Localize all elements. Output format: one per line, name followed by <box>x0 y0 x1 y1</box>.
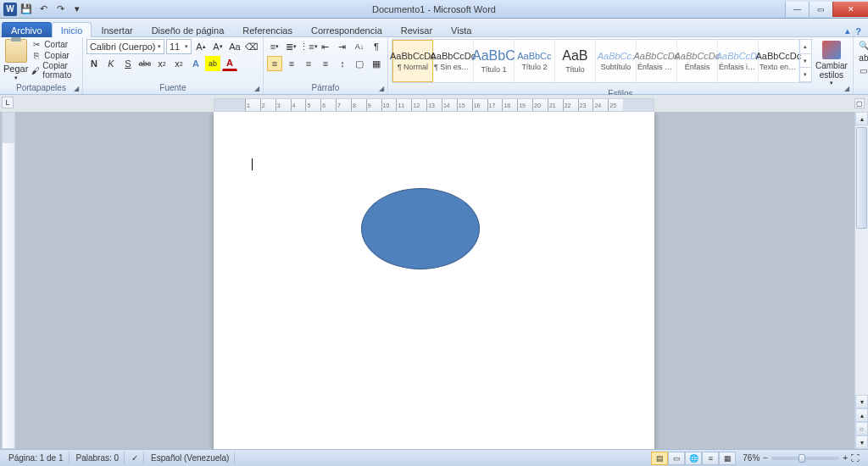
format-painter-button[interactable]: 🖌Copiar formato <box>30 61 79 80</box>
maximize-button[interactable]: ▭ <box>809 2 832 17</box>
multilevel-button[interactable]: ⋮≡▾ <box>301 39 316 54</box>
style-item-6[interactable]: AaBbCcDcÉnfasis sutil <box>637 40 677 82</box>
paragraph-launcher-icon[interactable]: ◢ <box>377 84 386 92</box>
borders-button[interactable]: ▦ <box>369 56 384 71</box>
qat-customize-icon[interactable]: ▾ <box>70 2 85 17</box>
style-item-9[interactable]: AaBbCcDcTexto en n... <box>759 40 799 82</box>
oval-shape[interactable] <box>361 188 480 269</box>
minimize-button[interactable]: — <box>785 2 809 17</box>
subscript-button[interactable]: x2 <box>154 56 170 71</box>
tab-revisar[interactable]: Revisar <box>392 22 442 37</box>
ruler-toggle-icon[interactable]: ▢ <box>854 98 865 108</box>
decrease-indent-button[interactable]: ⇤ <box>318 39 333 54</box>
scroll-track[interactable] <box>855 125 868 395</box>
superscript-button[interactable]: x2 <box>171 56 186 71</box>
tab-inicio[interactable]: Inicio <box>52 22 92 37</box>
vertical-ruler[interactable] <box>2 112 15 449</box>
fullscreen-view-icon[interactable]: ▭ <box>668 452 685 465</box>
style-item-7[interactable]: AaBbCcDcÉnfasis <box>677 40 718 82</box>
tab-vista[interactable]: Vista <box>442 22 481 37</box>
bold-button[interactable]: N <box>86 56 102 71</box>
tab-correspondencia[interactable]: Correspondencia <box>302 22 392 37</box>
line-spacing-button[interactable]: ↕ <box>335 56 350 71</box>
style-item-1[interactable]: AaBbCcDc¶ Sin espa... <box>433 40 474 82</box>
clear-format-button[interactable]: ⌫ <box>244 39 259 54</box>
qat-undo-icon[interactable]: ↶ <box>36 2 51 17</box>
font-launcher-icon[interactable]: ◢ <box>253 84 261 92</box>
font-size-combo[interactable]: 11▾ <box>166 39 192 54</box>
styles-gallery[interactable]: AaBbCcDc¶ NormalAaBbCcDc¶ Sin espa...AaB… <box>392 39 812 83</box>
bullets-button[interactable]: ≡▾ <box>267 39 282 54</box>
status-proof-icon[interactable]: ✓ <box>126 452 144 465</box>
style-item-3[interactable]: AaBbCcTítulo 2 <box>515 40 555 82</box>
prev-page-icon[interactable]: ▴ <box>855 408 868 422</box>
zoom-level[interactable]: 76% <box>743 453 760 463</box>
italic-button[interactable]: K <box>103 56 119 71</box>
font-color-button[interactable]: A <box>222 56 237 71</box>
align-left-button[interactable]: ≡ <box>267 56 282 71</box>
shading-button[interactable]: ▢ <box>352 56 367 71</box>
shrink-font-button[interactable]: A▾ <box>210 39 225 54</box>
increase-indent-button[interactable]: ⇥ <box>335 39 350 54</box>
align-right-button[interactable]: ≡ <box>301 56 316 71</box>
status-page[interactable]: Página: 1 de 1 <box>3 452 70 465</box>
tab-referencias[interactable]: Referencias <box>233 22 302 37</box>
gallery-up-icon[interactable]: ▴ <box>800 40 811 54</box>
vertical-scrollbar[interactable]: ▴ ▾ ▴ ○ ▾ <box>854 112 868 449</box>
replace-button[interactable]: abReemplazar <box>857 52 868 64</box>
select-button[interactable]: ▭Seleccionar ▾ <box>857 64 868 76</box>
gallery-more-icon[interactable]: ▾ <box>800 68 811 82</box>
tab-file[interactable]: Archivo <box>2 22 52 37</box>
grow-font-button[interactable]: A▴ <box>193 39 209 54</box>
scroll-down-icon[interactable]: ▾ <box>855 395 868 408</box>
qat-save-icon[interactable]: 💾 <box>19 2 34 17</box>
font-name-combo[interactable]: Calibri (Cuerpo)▾ <box>86 39 164 54</box>
highlight-button[interactable]: ab <box>205 56 220 71</box>
tab-selector-icon[interactable]: L <box>2 97 14 108</box>
zoom-out-icon[interactable]: − <box>763 453 768 463</box>
help-icon[interactable]: ? <box>855 26 861 36</box>
find-button[interactable]: 🔍Buscar ▾ <box>857 39 868 51</box>
tab-insertar[interactable]: Insertar <box>92 22 142 37</box>
change-styles-button[interactable]: Cambiar estilos ▾ <box>814 39 849 88</box>
copy-button[interactable]: ⎘Copiar <box>30 50 79 60</box>
underline-button[interactable]: S <box>120 56 136 71</box>
zoom-in-icon[interactable]: + <box>843 453 848 463</box>
draft-view-icon[interactable]: ▦ <box>719 452 736 465</box>
zoom-fit-icon[interactable]: ⛶ <box>851 453 860 463</box>
align-center-button[interactable]: ≡ <box>284 56 299 71</box>
style-item-8[interactable]: AaBbCcDtÉnfasis int... <box>718 40 759 82</box>
next-page-icon[interactable]: ▾ <box>855 435 868 449</box>
style-item-2[interactable]: AaBbCTítulo 1 <box>474 40 515 82</box>
change-case-button[interactable]: Aa <box>227 39 242 54</box>
text-effects-button[interactable]: A <box>188 56 203 71</box>
browse-object-icon[interactable]: ○ <box>855 422 868 435</box>
zoom-slider-thumb[interactable] <box>798 454 805 463</box>
strike-button[interactable]: abc <box>137 56 153 71</box>
justify-button[interactable]: ≡ <box>318 56 333 71</box>
gallery-down-icon[interactable]: ▾ <box>800 54 811 69</box>
style-item-4[interactable]: AaBTítulo <box>555 40 596 82</box>
cut-button[interactable]: ✂Cortar <box>30 39 79 49</box>
document-page[interactable] <box>214 112 654 449</box>
style-item-0[interactable]: AaBbCcDc¶ Normal <box>392 40 433 82</box>
style-item-5[interactable]: AaBbCc.Subtítulo <box>596 40 637 82</box>
tab-diseno[interactable]: Diseño de página <box>142 22 234 37</box>
scroll-up-icon[interactable]: ▴ <box>855 112 868 125</box>
close-button[interactable]: ✕ <box>832 2 868 17</box>
numbering-button[interactable]: ≣▾ <box>284 39 299 54</box>
minimize-ribbon-icon[interactable]: ▴ <box>845 25 850 36</box>
qat-redo-icon[interactable]: ↷ <box>53 2 68 17</box>
outline-view-icon[interactable]: ≡ <box>702 452 719 465</box>
word-app-icon[interactable]: W <box>3 3 17 16</box>
scroll-thumb[interactable] <box>856 127 867 229</box>
zoom-slider[interactable] <box>771 457 839 460</box>
clipboard-launcher-icon[interactable]: ◢ <box>72 84 81 92</box>
web-view-icon[interactable]: 🌐 <box>685 452 702 465</box>
paste-button[interactable]: Pegar ▾ <box>3 39 28 81</box>
styles-launcher-icon[interactable]: ◢ <box>843 84 851 92</box>
horizontal-ruler[interactable]: 1234567891011121314151617181920212223242… <box>214 98 654 112</box>
print-layout-view-icon[interactable]: ▤ <box>651 452 668 465</box>
status-language[interactable]: Español (Venezuela) <box>146 452 235 465</box>
status-words[interactable]: Palabras: 0 <box>71 452 125 465</box>
